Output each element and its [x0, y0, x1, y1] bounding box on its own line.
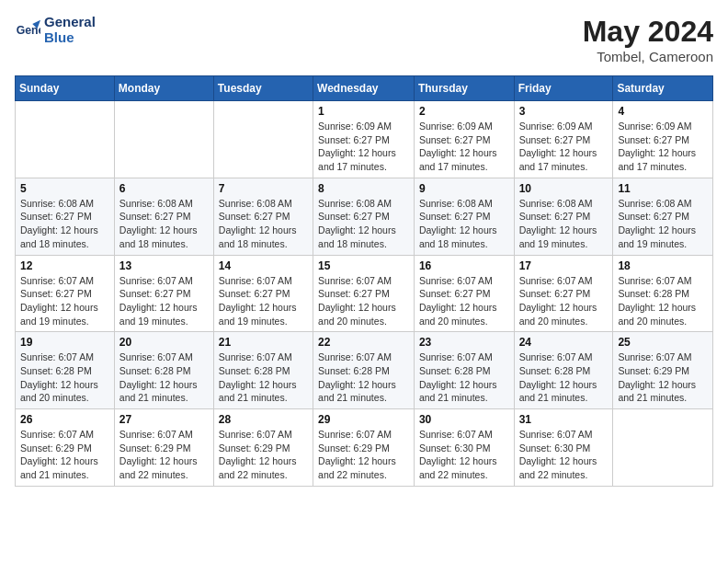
day-number: 13 — [119, 259, 209, 272]
calendar-cell: 12Sunrise: 6:07 AM Sunset: 6:27 PM Dayli… — [16, 255, 115, 332]
calendar-week-4: 19Sunrise: 6:07 AM Sunset: 6:28 PM Dayli… — [16, 332, 713, 409]
calendar-cell: 24Sunrise: 6:07 AM Sunset: 6:28 PM Dayli… — [514, 332, 613, 409]
calendar-cell: 8Sunrise: 6:08 AM Sunset: 6:27 PM Daylig… — [313, 178, 415, 255]
day-info: Sunrise: 6:07 AM Sunset: 6:27 PM Dayligh… — [119, 274, 209, 328]
day-number: 16 — [419, 259, 509, 272]
day-number: 11 — [618, 182, 708, 195]
calendar-week-2: 5Sunrise: 6:08 AM Sunset: 6:27 PM Daylig… — [16, 178, 713, 255]
calendar-cell: 18Sunrise: 6:07 AM Sunset: 6:28 PM Dayli… — [613, 255, 713, 332]
calendar-cell: 31Sunrise: 6:07 AM Sunset: 6:30 PM Dayli… — [514, 409, 613, 487]
calendar-cell: 21Sunrise: 6:07 AM Sunset: 6:28 PM Dayli… — [213, 332, 313, 409]
day-number: 19 — [20, 336, 109, 349]
weekday-header-sunday: Sunday — [16, 76, 115, 101]
day-number: 3 — [519, 105, 609, 118]
weekday-header-friday: Friday — [514, 76, 613, 101]
weekday-header-thursday: Thursday — [414, 76, 514, 101]
day-number: 12 — [20, 259, 109, 272]
month-year: May 2024 — [583, 15, 713, 49]
day-info: Sunrise: 6:09 AM Sunset: 6:27 PM Dayligh… — [318, 120, 409, 174]
calendar-cell: 7Sunrise: 6:08 AM Sunset: 6:27 PM Daylig… — [213, 178, 313, 255]
day-info: Sunrise: 6:07 AM Sunset: 6:28 PM Dayligh… — [519, 350, 609, 405]
weekday-header-saturday: Saturday — [613, 76, 713, 101]
calendar-week-5: 26Sunrise: 6:07 AM Sunset: 6:29 PM Dayli… — [16, 409, 713, 487]
calendar-cell: 14Sunrise: 6:07 AM Sunset: 6:27 PM Dayli… — [213, 255, 313, 332]
calendar-cell: 28Sunrise: 6:07 AM Sunset: 6:29 PM Dayli… — [213, 409, 313, 487]
calendar-cell: 17Sunrise: 6:07 AM Sunset: 6:27 PM Dayli… — [514, 255, 613, 332]
weekday-header-monday: Monday — [114, 76, 213, 101]
day-number: 14 — [219, 259, 308, 272]
day-info: Sunrise: 6:07 AM Sunset: 6:28 PM Dayligh… — [618, 274, 708, 328]
day-info: Sunrise: 6:08 AM Sunset: 6:27 PM Dayligh… — [20, 197, 109, 251]
day-number: 8 — [318, 182, 409, 195]
title-block: May 2024 Tombel, Cameroon — [583, 15, 713, 64]
logo-line2: Blue — [44, 30, 96, 46]
day-info: Sunrise: 6:08 AM Sunset: 6:27 PM Dayligh… — [519, 197, 609, 251]
day-number: 5 — [20, 182, 109, 195]
day-info: Sunrise: 6:08 AM Sunset: 6:27 PM Dayligh… — [618, 197, 708, 251]
day-info: Sunrise: 6:07 AM Sunset: 6:28 PM Dayligh… — [419, 350, 509, 405]
day-info: Sunrise: 6:07 AM Sunset: 6:27 PM Dayligh… — [419, 274, 509, 328]
calendar-cell: 29Sunrise: 6:07 AM Sunset: 6:29 PM Dayli… — [313, 409, 415, 487]
weekday-header-row: SundayMondayTuesdayWednesdayThursdayFrid… — [16, 76, 713, 101]
calendar-cell: 2Sunrise: 6:09 AM Sunset: 6:27 PM Daylig… — [414, 101, 514, 178]
calendar-cell: 10Sunrise: 6:08 AM Sunset: 6:27 PM Dayli… — [514, 178, 613, 255]
calendar-cell: 15Sunrise: 6:07 AM Sunset: 6:27 PM Dayli… — [313, 255, 415, 332]
day-info: Sunrise: 6:07 AM Sunset: 6:29 PM Dayligh… — [318, 428, 409, 482]
day-number: 26 — [20, 413, 109, 426]
day-number: 9 — [419, 182, 509, 195]
day-info: Sunrise: 6:08 AM Sunset: 6:27 PM Dayligh… — [318, 197, 409, 251]
day-number: 2 — [419, 105, 509, 118]
day-number: 28 — [219, 413, 308, 426]
day-info: Sunrise: 6:07 AM Sunset: 6:28 PM Dayligh… — [20, 350, 109, 405]
calendar-cell: 13Sunrise: 6:07 AM Sunset: 6:27 PM Dayli… — [114, 255, 213, 332]
calendar-cell: 26Sunrise: 6:07 AM Sunset: 6:29 PM Dayli… — [16, 409, 115, 487]
day-number: 10 — [519, 182, 609, 195]
day-info: Sunrise: 6:09 AM Sunset: 6:27 PM Dayligh… — [618, 120, 708, 174]
day-info: Sunrise: 6:07 AM Sunset: 6:30 PM Dayligh… — [419, 428, 509, 482]
calendar-cell — [213, 101, 313, 178]
day-info: Sunrise: 6:08 AM Sunset: 6:27 PM Dayligh… — [219, 197, 308, 251]
calendar-cell: 3Sunrise: 6:09 AM Sunset: 6:27 PM Daylig… — [514, 101, 613, 178]
day-info: Sunrise: 6:07 AM Sunset: 6:30 PM Dayligh… — [519, 428, 609, 482]
calendar-cell — [613, 409, 713, 487]
day-info: Sunrise: 6:07 AM Sunset: 6:29 PM Dayligh… — [119, 428, 209, 482]
calendar-cell: 9Sunrise: 6:08 AM Sunset: 6:27 PM Daylig… — [414, 178, 514, 255]
day-info: Sunrise: 6:09 AM Sunset: 6:27 PM Dayligh… — [519, 120, 609, 174]
day-number: 4 — [618, 105, 708, 118]
day-info: Sunrise: 6:07 AM Sunset: 6:28 PM Dayligh… — [219, 350, 308, 405]
calendar-cell: 25Sunrise: 6:07 AM Sunset: 6:29 PM Dayli… — [613, 332, 713, 409]
day-number: 17 — [519, 259, 609, 272]
day-info: Sunrise: 6:07 AM Sunset: 6:29 PM Dayligh… — [618, 350, 708, 405]
day-info: Sunrise: 6:07 AM Sunset: 6:27 PM Dayligh… — [519, 274, 609, 328]
weekday-header-tuesday: Tuesday — [213, 76, 313, 101]
day-number: 24 — [519, 336, 609, 349]
calendar-cell — [16, 101, 115, 178]
day-info: Sunrise: 6:08 AM Sunset: 6:27 PM Dayligh… — [419, 197, 509, 251]
day-number: 20 — [119, 336, 209, 349]
calendar-cell: 4Sunrise: 6:09 AM Sunset: 6:27 PM Daylig… — [613, 101, 713, 178]
day-number: 31 — [519, 413, 609, 426]
day-number: 25 — [618, 336, 708, 349]
calendar-cell: 30Sunrise: 6:07 AM Sunset: 6:30 PM Dayli… — [414, 409, 514, 487]
day-info: Sunrise: 6:07 AM Sunset: 6:27 PM Dayligh… — [219, 274, 308, 328]
day-number: 6 — [119, 182, 209, 195]
day-number: 15 — [318, 259, 409, 272]
logo-icon: General — [15, 17, 40, 43]
calendar-cell: 16Sunrise: 6:07 AM Sunset: 6:27 PM Dayli… — [414, 255, 514, 332]
weekday-header-wednesday: Wednesday — [313, 76, 415, 101]
day-info: Sunrise: 6:08 AM Sunset: 6:27 PM Dayligh… — [119, 197, 209, 251]
day-number: 23 — [419, 336, 509, 349]
day-number: 21 — [219, 336, 308, 349]
day-number: 30 — [419, 413, 509, 426]
calendar-cell: 5Sunrise: 6:08 AM Sunset: 6:27 PM Daylig… — [16, 178, 115, 255]
logo-line1: General — [44, 15, 96, 30]
day-number: 18 — [618, 259, 708, 272]
calendar-cell: 1Sunrise: 6:09 AM Sunset: 6:27 PM Daylig… — [313, 101, 415, 178]
calendar-cell: 27Sunrise: 6:07 AM Sunset: 6:29 PM Dayli… — [114, 409, 213, 487]
day-info: Sunrise: 6:07 AM Sunset: 6:29 PM Dayligh… — [20, 428, 109, 482]
day-info: Sunrise: 6:07 AM Sunset: 6:28 PM Dayligh… — [318, 350, 409, 405]
day-number: 29 — [318, 413, 409, 426]
day-number: 22 — [318, 336, 409, 349]
day-info: Sunrise: 6:07 AM Sunset: 6:28 PM Dayligh… — [119, 350, 209, 405]
calendar-week-1: 1Sunrise: 6:09 AM Sunset: 6:27 PM Daylig… — [16, 101, 713, 178]
